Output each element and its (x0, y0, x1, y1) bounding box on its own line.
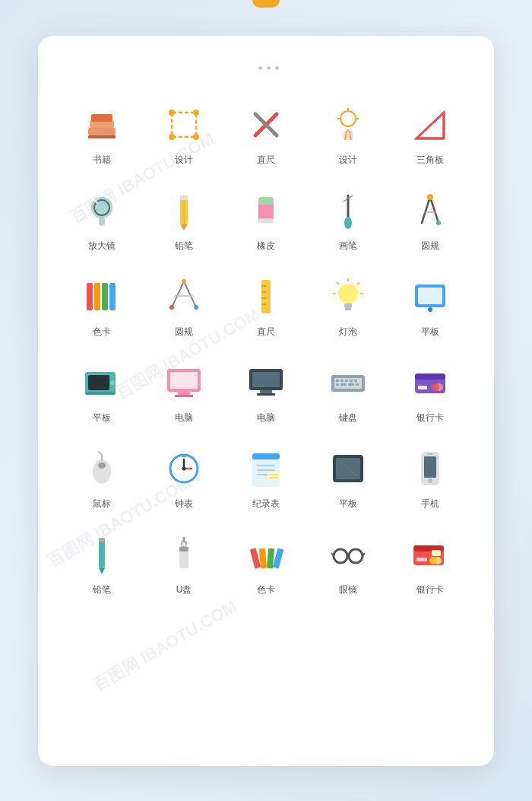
svg-point-69 (110, 380, 115, 385)
svg-rect-110 (268, 472, 280, 481)
top-badge (252, 0, 280, 8)
svg-rect-73 (178, 392, 190, 395)
svg-rect-57 (344, 304, 352, 307)
icon-box-tablet2 (324, 444, 372, 493)
svg-rect-76 (252, 372, 280, 387)
icon-box-drawing-tablet (78, 358, 126, 407)
svg-rect-140 (416, 558, 427, 561)
icon-box-bankcard1 (406, 358, 454, 407)
icon-box-tablet1 (406, 272, 454, 321)
svg-rect-127 (182, 542, 185, 546)
icon-box-monitor-pink (160, 358, 208, 407)
icon-item-ruler-cross: 直尺 (225, 93, 307, 171)
icon-label-monitor-black: 电脑 (257, 412, 275, 424)
svg-rect-82 (340, 380, 344, 382)
icon-box-clock (160, 444, 208, 493)
icon-box-colorcard (78, 272, 126, 321)
svg-point-6 (193, 110, 199, 116)
svg-point-143 (429, 557, 437, 564)
svg-rect-65 (418, 288, 442, 304)
icon-item-eraser: 橡皮 (225, 179, 307, 257)
svg-rect-126 (179, 547, 188, 551)
svg-rect-87 (340, 383, 347, 386)
svg-rect-68 (88, 375, 109, 390)
icon-item-design-hand: 设计 (307, 93, 389, 171)
icon-box-triangle (406, 100, 454, 149)
svg-rect-91 (415, 373, 445, 380)
svg-point-97 (98, 462, 106, 469)
svg-rect-72 (170, 372, 198, 389)
svg-rect-44 (109, 283, 116, 310)
icon-label-design-frame: 设计 (175, 154, 193, 167)
svg-rect-141 (432, 550, 441, 556)
icon-box-magnifier (78, 186, 126, 235)
svg-point-38 (427, 194, 433, 200)
svg-rect-42 (94, 283, 100, 310)
svg-rect-118 (424, 456, 436, 478)
svg-line-46 (184, 281, 196, 307)
icon-box-monitor-black (242, 358, 290, 407)
icon-box-usb (160, 530, 208, 579)
svg-rect-106 (252, 453, 280, 459)
icon-label-colorcard2: 色卡 (257, 583, 275, 596)
icon-item-bulb: 灯泡 (307, 265, 389, 343)
icon-item-clock: 钟表 (143, 437, 225, 515)
svg-point-133 (334, 549, 347, 563)
svg-rect-81 (336, 380, 339, 382)
icon-box-ruler-cross (242, 100, 290, 149)
svg-rect-4 (172, 113, 196, 137)
svg-point-11 (340, 111, 356, 126)
icon-item-monitor-pink: 电脑 (143, 351, 225, 429)
svg-point-49 (169, 305, 174, 310)
icon-item-usb: U盘 (143, 523, 225, 601)
svg-rect-28 (180, 195, 188, 200)
icon-item-tablet2: 平板 (307, 437, 389, 515)
icon-item-design-frame: 设计 (143, 93, 225, 171)
svg-rect-31 (258, 197, 274, 205)
icon-item-colorcard: 色卡 (61, 265, 143, 343)
icon-item-tablet1: 平板 (389, 265, 471, 343)
svg-point-7 (169, 134, 175, 140)
icon-label-bankcard2: 银行卡 (416, 583, 444, 596)
icon-label-bulb: 灯泡 (339, 326, 357, 339)
icon-box-design-hand (324, 100, 372, 149)
icon-item-glasses: 眼镜 (307, 523, 389, 601)
svg-line-45 (172, 281, 184, 307)
svg-rect-77 (260, 390, 272, 393)
icon-item-triangle: 三角板 (389, 93, 471, 171)
svg-rect-83 (345, 380, 348, 382)
svg-rect-84 (350, 380, 353, 382)
svg-rect-85 (354, 380, 357, 382)
icon-label-tablet2: 平板 (339, 497, 357, 510)
icon-label-monitor-pink: 电脑 (175, 412, 193, 424)
icon-label-pencil: 铅笔 (175, 240, 193, 253)
icon-item-paintbrush: 画笔 (307, 179, 389, 257)
svg-rect-43 (102, 283, 108, 310)
svg-rect-132 (273, 548, 283, 568)
icon-label-tablet1: 平板 (421, 326, 439, 339)
icon-item-bankcard1: 银行卡 (389, 351, 471, 429)
svg-rect-78 (257, 393, 275, 396)
icon-label-phone: 手机 (421, 497, 439, 510)
icon-label-magnifier: 放大镜 (88, 240, 116, 253)
icon-item-ruler-yellow: 直尺 (225, 265, 307, 343)
icon-item-phone: 手机 (389, 437, 471, 515)
icon-label-drawing-tablet: 平板 (93, 412, 111, 424)
icon-item-books: 书籍 (61, 93, 143, 171)
svg-rect-0 (88, 128, 116, 135)
svg-marker-19 (416, 113, 444, 138)
icon-box-paintbrush (324, 186, 372, 235)
icon-label-ruler-yellow: 直尺 (257, 326, 275, 339)
svg-rect-92 (418, 386, 427, 389)
icon-item-pencil2: 铅笔 (61, 523, 143, 601)
svg-line-60 (357, 282, 359, 284)
main-card: 百图网 IBAOTU.COM 百图网 IBAOTU.COM 百图网 IBAOTU… (38, 36, 494, 766)
icon-box-books (78, 100, 126, 149)
icon-box-bulb (324, 272, 372, 321)
icon-item-colorcard2: 色卡 (225, 523, 307, 601)
svg-point-134 (349, 549, 363, 563)
icon-box-notebook (242, 444, 290, 493)
svg-line-99 (99, 452, 102, 455)
svg-marker-122 (99, 568, 105, 574)
icon-label-triangle: 三角板 (416, 154, 444, 167)
